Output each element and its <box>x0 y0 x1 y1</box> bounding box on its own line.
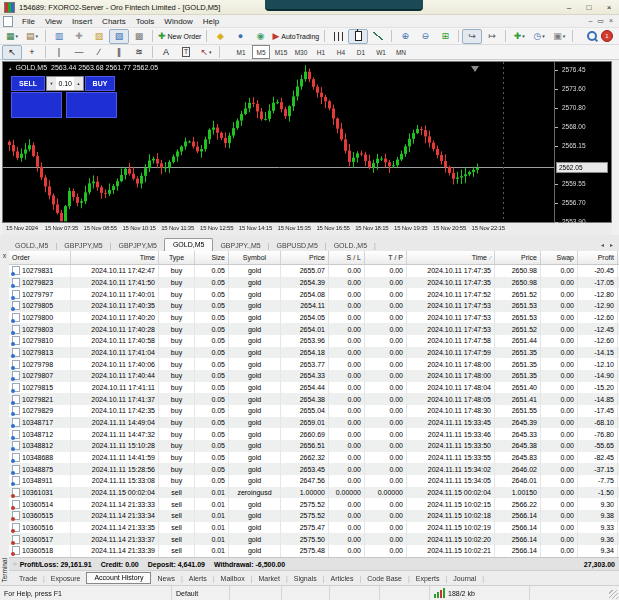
strategy-tester-button[interactable]: ▩ <box>129 29 149 44</box>
autotrading-button[interactable]: ▶AutoTrading <box>270 29 321 44</box>
search-icon[interactable] <box>587 31 597 41</box>
terminal-tab-experts[interactable]: Experts <box>410 574 446 583</box>
trendline-button[interactable]: ∕ <box>89 45 109 60</box>
history-row[interactable]: 102798002024.10.11 17:40:20buy0.05gold26… <box>9 312 619 324</box>
terminal-tab-news[interactable]: News <box>151 574 181 583</box>
column-header-10[interactable]: Swap <box>541 251 578 264</box>
terminal-tab-account-history[interactable]: Account History <box>86 572 151 584</box>
market-watch-button[interactable]: ▥ <box>49 29 69 44</box>
resize-grip[interactable] <box>609 590 618 599</box>
column-header-3[interactable]: Size <box>195 251 229 264</box>
history-row[interactable]: 102798232024.10.11 17:41:50buy0.05gold26… <box>9 277 619 289</box>
mdi-restore-button[interactable]: ▭ <box>597 17 604 25</box>
history-row[interactable]: 102798132024.10.11 17:41:04buy0.05gold26… <box>9 347 619 359</box>
status-connection[interactable]: 188/2 kb <box>430 586 530 600</box>
column-header-8[interactable]: Time∕ <box>407 251 495 264</box>
collapse-marker-icon[interactable]: ▴ <box>9 65 12 71</box>
tabs-scroll-left-icon[interactable]: ◂ <box>601 241 604 248</box>
metaeditor-button[interactable]: ◆ <box>210 29 230 44</box>
column-header-5[interactable]: Price <box>281 251 329 264</box>
mdi-close-button[interactable]: × <box>609 17 613 25</box>
close-button[interactable]: × <box>603 3 615 12</box>
history-row[interactable]: 102798032024.10.11 17:40:28buy0.05gold26… <box>9 323 619 335</box>
history-row[interactable]: 103487172024.11.11 14:49:04buy0.05gold26… <box>9 417 619 429</box>
tile-windows-button[interactable]: ⊞ <box>435 29 455 44</box>
volume-down-button[interactable]: ▼ <box>47 77 56 90</box>
history-row[interactable]: 103488122024.11.11 15:10:28buy0.05gold26… <box>9 440 619 452</box>
timeframe-m15[interactable]: M15 <box>272 45 290 59</box>
menu-view[interactable]: View <box>40 17 67 26</box>
horizontal-line-button[interactable]: — <box>69 45 89 60</box>
chart-tab-1[interactable]: GBPJPY,M5 <box>57 240 109 251</box>
menu-charts[interactable]: Charts <box>97 17 131 26</box>
chart-tab-2[interactable]: GBPJPY,M5 <box>112 240 164 251</box>
bar-chart-button[interactable] <box>328 29 348 44</box>
timeframe-m1[interactable]: M1 <box>232 45 250 59</box>
column-header-7[interactable]: T / P <box>365 251 407 264</box>
equidistant-channel-button[interactable]: ∥ <box>109 45 129 60</box>
vertical-line-button[interactable]: | <box>49 45 69 60</box>
history-row[interactable]: 102798102024.10.11 17:40:58buy0.05gold26… <box>9 335 619 347</box>
buy-button[interactable]: BUY <box>85 76 115 91</box>
terminal-tab-code-base[interactable]: Code Base <box>361 574 408 583</box>
history-row[interactable]: 102798052024.10.11 17:40:35buy0.05gold26… <box>9 300 619 312</box>
menu-insert[interactable]: Insert <box>67 17 97 26</box>
history-row[interactable]: 102798292024.10.11 17:42:35buy0.05gold26… <box>9 405 619 417</box>
volume-input[interactable]: 0.10 <box>56 77 74 90</box>
minimize-button[interactable]: – <box>563 3 575 12</box>
menu-help[interactable]: Help <box>198 17 224 26</box>
crosshair-button[interactable]: + <box>22 45 42 60</box>
chart-tab-6[interactable]: GOLD.,M5 <box>327 240 374 251</box>
column-header-2[interactable]: Type <box>159 251 195 264</box>
column-header-9[interactable]: Price <box>495 251 541 264</box>
terminal-tab-alerts[interactable]: Alerts <box>183 574 213 583</box>
new-chart-dropdown-icon[interactable]: ▾ <box>16 33 19 39</box>
terminal-tab-journal[interactable]: Journal <box>447 574 482 583</box>
terminal-tab-articles[interactable]: Articles <box>325 574 360 583</box>
column-header-11[interactable]: Profit <box>578 251 618 264</box>
history-row[interactable]: 102798312024.10.11 17:42:47buy0.05gold26… <box>9 265 619 277</box>
auto-scroll-button[interactable]: ↪ <box>462 29 482 44</box>
column-header-1[interactable]: Time <box>71 251 159 264</box>
timeframe-mn[interactable]: MN <box>392 45 410 59</box>
text-button[interactable]: A <box>156 45 176 60</box>
line-chart-button[interactable] <box>368 29 388 44</box>
arrows-button[interactable]: ↖▾ <box>196 45 216 60</box>
data-window-button[interactable]: ✚ <box>69 29 89 44</box>
templates-button[interactable]: ▣▾ <box>549 29 569 44</box>
history-row[interactable]: 103605142024.11.14 21:33:33sell0.01gold2… <box>9 498 619 510</box>
news-feed-button[interactable]: ◉ <box>250 29 270 44</box>
templates-dropdown-icon[interactable]: ▾ <box>563 33 566 39</box>
history-row[interactable]: 103605162024.11.14 21:33:35sell0.01gold2… <box>9 522 619 534</box>
zoom-out-button[interactable]: ⊖ <box>415 29 435 44</box>
sell-button[interactable]: SELL <box>11 76 45 91</box>
chart-shift-button[interactable]: ↦ <box>482 29 502 44</box>
history-row[interactable]: 102797982024.10.11 17:40:06buy0.05gold26… <box>9 358 619 370</box>
chart-tab-4[interactable]: GBPJPY.,M5 <box>213 240 267 251</box>
tabs-scroll-right-icon[interactable]: ▸ <box>610 241 613 248</box>
column-header-0[interactable]: Order <box>9 251 71 264</box>
timeframe-h1[interactable]: H1 <box>312 45 330 59</box>
timeframe-m5[interactable]: M5 <box>252 45 270 59</box>
chart-area[interactable]: ▴ GOLD,M5 2563.44 2563.68 2561.77 2562.0… <box>2 61 612 223</box>
history-row[interactable]: 103605172024.11.14 21:33:37sell0.01gold2… <box>9 533 619 545</box>
indicators-button[interactable]: ✚▾ <box>509 29 529 44</box>
arrows-dropdown-icon[interactable]: ▾ <box>209 49 212 55</box>
history-row[interactable]: 102797972024.10.11 17:40:01buy0.05gold26… <box>9 288 619 300</box>
terminal-tab-mailbox[interactable]: Mailbox <box>215 574 251 583</box>
timeframe-h4[interactable]: H4 <box>332 45 350 59</box>
new-order-button[interactable]: ✚New Order <box>156 29 203 44</box>
notification-badge[interactable]: 1 <box>601 30 613 42</box>
indicators-dropdown-icon[interactable]: ▾ <box>522 33 525 39</box>
history-row[interactable]: 103605182024.11.14 21:33:39sell0.01gold2… <box>9 545 619 557</box>
terminal-tab-market[interactable]: Market <box>253 574 286 583</box>
terminal-tab-trade[interactable]: Trade <box>13 574 43 583</box>
status-profile[interactable]: Default <box>172 586 230 600</box>
profiles-dropdown-icon[interactable]: ▾ <box>36 33 39 39</box>
timeframe-m30[interactable]: M30 <box>292 45 310 59</box>
periods-button[interactable]: ◷▾ <box>529 29 549 44</box>
terminal-close-button[interactable]: x <box>0 252 9 260</box>
column-header-6[interactable]: S / L <box>329 251 365 264</box>
terminal-tab-exposure[interactable]: Exposure <box>45 574 87 583</box>
history-row[interactable]: 103487122024.11.11 14:47:32buy0.05gold26… <box>9 428 619 440</box>
